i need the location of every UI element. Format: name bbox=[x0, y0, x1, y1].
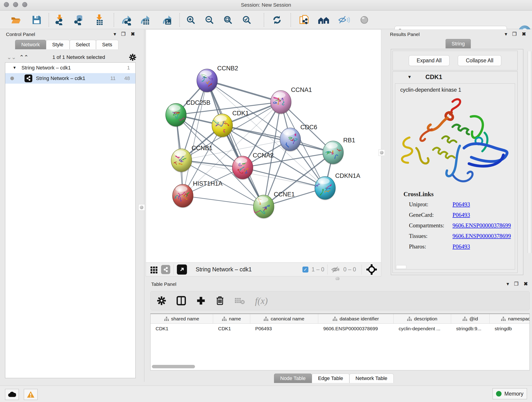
table-horizontal-scrollbar[interactable] bbox=[152, 365, 195, 368]
import-table-file-button[interactable] bbox=[93, 14, 105, 26]
hidden-eye-slash-icon[interactable] bbox=[331, 266, 340, 273]
node-RB1[interactable]: RB1 bbox=[323, 137, 355, 165]
tab-network-table[interactable]: Network Table bbox=[349, 374, 394, 383]
close-panel-icon[interactable]: ✖ bbox=[522, 32, 526, 37]
zoom-in-button[interactable] bbox=[185, 14, 197, 26]
birdseye-crosshair-icon[interactable] bbox=[366, 264, 377, 275]
tab-style[interactable]: Style bbox=[46, 40, 70, 49]
tab-select[interactable]: Select bbox=[70, 40, 96, 49]
column-header-database-identifier[interactable]: database identifier bbox=[318, 314, 394, 323]
network-row[interactable]: String Network – cdk1 11 48 bbox=[5, 73, 135, 84]
close-panel-icon[interactable]: ✖ bbox=[131, 32, 135, 37]
memory-button[interactable]: Memory bbox=[493, 388, 527, 399]
collapse-all-icon[interactable]: ⌄⌄ bbox=[7, 54, 16, 61]
panel-menu-icon[interactable]: ▾ bbox=[507, 281, 509, 287]
tab-string[interactable]: String bbox=[445, 39, 471, 48]
export-network-button[interactable] bbox=[120, 14, 132, 26]
close-panel-icon[interactable]: ✖ bbox=[524, 281, 528, 287]
control-panel-title: Control Panel bbox=[6, 32, 35, 37]
string-network-icon bbox=[25, 75, 32, 82]
crosslink-link[interactable]: P06493 bbox=[452, 243, 470, 250]
tab-node-table[interactable]: Node Table bbox=[274, 374, 312, 383]
show-all-button[interactable] bbox=[358, 14, 370, 26]
import-network-database-button[interactable] bbox=[73, 14, 85, 26]
zoom-selected-button[interactable] bbox=[241, 14, 253, 26]
cloud-status-button[interactable] bbox=[5, 389, 19, 400]
float-panel-icon[interactable]: ❐ bbox=[514, 281, 519, 287]
refresh-button[interactable] bbox=[271, 14, 283, 26]
node-label-HIST1H1A: HIST1H1A bbox=[193, 180, 222, 187]
edge-HIST1H1A-CCNE1[interactable] bbox=[183, 196, 264, 206]
crosslink-label: Compartments: bbox=[409, 222, 452, 229]
delete-column-trash-icon[interactable] bbox=[215, 296, 224, 306]
table-panel-title: Table Panel bbox=[151, 281, 177, 287]
export-table-button[interactable] bbox=[139, 14, 151, 26]
column-header-name[interactable]: name bbox=[213, 314, 250, 323]
column-header-canonical-name[interactable]: canonical name bbox=[250, 314, 318, 323]
right-splitter-handle[interactable] bbox=[379, 149, 385, 156]
node-table[interactable]: shared namenamecanonical namedatabase id… bbox=[150, 313, 530, 370]
node-CCNB1[interactable]: CCNB1 bbox=[171, 145, 213, 172]
entry-expander-icon[interactable]: ▼ bbox=[407, 75, 412, 80]
crosslink-label: Uniprot: bbox=[409, 201, 452, 208]
expander-icon[interactable]: ▼ bbox=[13, 65, 17, 70]
clone-network-button[interactable] bbox=[298, 14, 310, 26]
share-view-icon[interactable] bbox=[161, 265, 170, 274]
edge-CCNB2-CCNE1[interactable] bbox=[207, 80, 264, 206]
network-options-gear-icon[interactable] bbox=[129, 54, 136, 61]
save-session-icon bbox=[32, 15, 41, 25]
column-header-namespace[interactable]: namespace bbox=[490, 314, 530, 323]
add-column-plus-icon[interactable] bbox=[196, 296, 206, 305]
table-row[interactable]: CDK1CDK1P064939606.ENSP00000378699cyclin… bbox=[151, 324, 530, 334]
crosslink-link[interactable]: 9606.ENSP00000378699 bbox=[452, 233, 511, 239]
panel-menu-icon[interactable]: ▾ bbox=[505, 32, 507, 37]
results-scrollbar[interactable] bbox=[528, 51, 531, 253]
table-settings-gear-icon[interactable] bbox=[157, 296, 166, 305]
crosslink-label: Pharos: bbox=[409, 243, 452, 250]
network-canvas[interactable]: CCNB2CCNA1CDC25BCDK1CDC6RB1CCNB1CCNA2CDK… bbox=[146, 30, 381, 262]
crosslink-link[interactable]: P06493 bbox=[452, 201, 470, 208]
node-label-CCNB2: CCNB2 bbox=[217, 65, 238, 72]
crosslink-link[interactable]: 9606.ENSP00000378699 bbox=[452, 222, 511, 229]
hide-selected-button[interactable] bbox=[338, 14, 350, 26]
float-panel-icon[interactable]: ❐ bbox=[512, 32, 517, 37]
node-HIST1H1A[interactable]: HIST1H1A bbox=[172, 180, 222, 208]
function-builder-icon[interactable]: f(x) bbox=[255, 295, 268, 306]
tab-sets[interactable]: Sets bbox=[96, 40, 119, 49]
export-image-button[interactable] bbox=[161, 14, 173, 26]
node-CCNB2[interactable]: CCNB2 bbox=[196, 65, 238, 93]
panel-menu-icon[interactable]: ▾ bbox=[114, 32, 116, 37]
node-CCNA1[interactable]: CCNA1 bbox=[270, 86, 312, 114]
collapse-all-button[interactable]: Collapse All bbox=[458, 55, 501, 66]
edge-CCNB2-HIST1H1A[interactable] bbox=[183, 80, 207, 196]
left-splitter-handle[interactable] bbox=[138, 204, 145, 211]
expand-all-button[interactable]: Expand All bbox=[409, 55, 450, 66]
edge-CCNB2-CCNA1[interactable] bbox=[207, 80, 281, 102]
save-session-button[interactable] bbox=[31, 14, 43, 26]
grid-view-icon[interactable] bbox=[150, 266, 158, 274]
column-header-description[interactable]: description bbox=[394, 314, 451, 323]
zoom-out-button[interactable] bbox=[203, 14, 215, 26]
zoom-fit-button[interactable] bbox=[222, 14, 234, 26]
delete-table-icon[interactable] bbox=[234, 297, 245, 304]
tab-network[interactable]: Network bbox=[15, 40, 46, 49]
expand-all-icon[interactable]: ⌃⌃ bbox=[19, 54, 28, 61]
column-type-icon bbox=[333, 317, 337, 321]
show-columns-icon[interactable] bbox=[176, 296, 186, 306]
open-session-button[interactable] bbox=[10, 14, 22, 26]
warning-icon bbox=[27, 391, 35, 398]
import-network-file-button[interactable] bbox=[54, 14, 65, 26]
crosslink-link[interactable]: P06493 bbox=[452, 212, 470, 218]
network-collection-row[interactable]: ▼ String Network – cdk1 1 bbox=[5, 63, 135, 73]
warnings-button[interactable] bbox=[24, 389, 38, 400]
column-header-shared-name[interactable]: shared name bbox=[151, 314, 213, 323]
detach-view-icon[interactable] bbox=[177, 264, 187, 274]
column-header-@id[interactable]: @id bbox=[451, 314, 490, 323]
node-CDKN1A[interactable]: CDKN1A bbox=[315, 172, 360, 200]
node-label-RB1: RB1 bbox=[343, 137, 355, 144]
tab-edge-table[interactable]: Edge Table bbox=[312, 374, 349, 383]
node-CCNE1[interactable]: CCNE1 bbox=[253, 191, 295, 219]
selected-checkbox-icon[interactable]: ✓ bbox=[302, 267, 308, 273]
float-panel-icon[interactable]: ❐ bbox=[121, 32, 126, 37]
show-home-button[interactable] bbox=[318, 14, 330, 26]
